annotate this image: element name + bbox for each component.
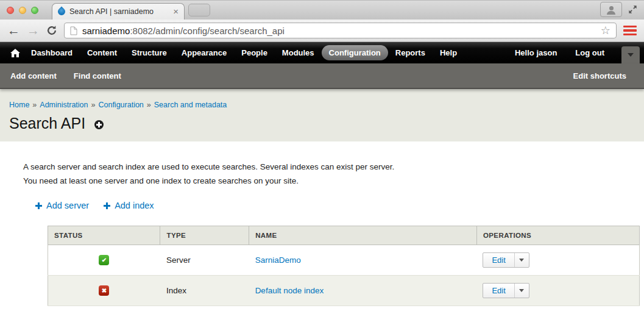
window-controls bbox=[7, 7, 38, 14]
type-cell: Index bbox=[160, 276, 249, 306]
toolbar-item-appearance[interactable]: Appearance bbox=[174, 45, 234, 60]
index-name-link[interactable]: Default node index bbox=[255, 286, 324, 295]
edit-split-button[interactable]: Edit bbox=[483, 252, 529, 268]
home-icon[interactable] bbox=[10, 49, 20, 57]
page-description: A search server and search index are use… bbox=[23, 160, 644, 188]
toolbar-item-modules[interactable]: Modules bbox=[275, 45, 322, 60]
contextual-add-icon[interactable] bbox=[94, 120, 104, 129]
browser-nav-bar: ← → sarniademo:8082/admin/config/search/… bbox=[0, 20, 644, 42]
toolbar-item-dashboard[interactable]: Dashboard bbox=[24, 45, 80, 60]
breadcrumb: Home»Administration»Configuration»Search… bbox=[9, 101, 644, 109]
breadcrumb-search-and-metadata[interactable]: Search and metadata bbox=[154, 101, 227, 109]
search-api-table: STATUS TYPE NAME OPERATIONS ✔ Server Sar… bbox=[48, 226, 640, 306]
page-document-icon bbox=[70, 26, 77, 35]
toolbar-item-content[interactable]: Content bbox=[80, 45, 124, 60]
back-button[interactable]: ← bbox=[7, 24, 20, 37]
browser-tab-strip: Search API | sarniademo × bbox=[0, 0, 644, 20]
tab-close-icon[interactable]: × bbox=[173, 8, 179, 15]
forward-button[interactable]: → bbox=[27, 24, 40, 37]
tab-title: Search API | sarniademo bbox=[69, 7, 169, 16]
reload-button[interactable] bbox=[46, 25, 57, 36]
edit-split-button[interactable]: Edit bbox=[483, 283, 529, 298]
column-header-name: NAME bbox=[249, 226, 477, 245]
url-path: :8082/admin/config/search/search_api bbox=[130, 26, 285, 36]
browser-menu-icon[interactable] bbox=[623, 24, 637, 37]
type-cell: Server bbox=[160, 245, 249, 276]
edit-button-label[interactable]: Edit bbox=[483, 253, 514, 267]
browser-tab[interactable]: Search API | sarniademo × bbox=[52, 3, 185, 20]
window-close-button[interactable] bbox=[7, 7, 14, 14]
toolbar-item-help[interactable]: Help bbox=[433, 45, 464, 60]
main-content: A search server and search index are use… bbox=[0, 141, 644, 306]
column-header-operations: OPERATIONS bbox=[476, 226, 639, 245]
drupal-admin-toolbar: Dashboard Content Structure Appearance P… bbox=[0, 42, 644, 63]
shortcut-add-content[interactable]: Add content bbox=[10, 71, 57, 80]
chevron-down-icon bbox=[628, 53, 634, 60]
chevron-down-icon bbox=[519, 289, 524, 295]
chevron-down-icon bbox=[519, 259, 524, 264]
bookmark-star-icon[interactable]: ☆ bbox=[601, 26, 610, 35]
table-row-server: ✔ Server SarniaDemo Edit bbox=[48, 245, 640, 276]
column-header-status: STATUS bbox=[48, 226, 160, 245]
plus-icon bbox=[35, 202, 42, 209]
address-bar[interactable]: sarniademo:8082/admin/config/search/sear… bbox=[64, 23, 617, 38]
username[interactable]: jason bbox=[536, 48, 557, 57]
shortcut-bar: Add content Find content Edit shortcuts bbox=[0, 63, 644, 89]
user-greeting[interactable]: Hello jason bbox=[515, 48, 557, 57]
edit-dropdown-toggle[interactable] bbox=[515, 284, 529, 298]
action-links: Add server Add index bbox=[35, 201, 644, 210]
url-domain: sarniademo bbox=[82, 26, 130, 36]
page-header: Home»Administration»Configuration»Search… bbox=[0, 89, 644, 141]
toolbar-toggle-button[interactable] bbox=[621, 46, 640, 63]
edit-shortcuts-link[interactable]: Edit shortcuts bbox=[573, 71, 626, 80]
plus-icon bbox=[104, 202, 110, 209]
breadcrumb-home[interactable]: Home bbox=[9, 101, 29, 109]
add-index-link[interactable]: Add index bbox=[104, 201, 154, 210]
browser-profile-button[interactable] bbox=[600, 2, 622, 17]
new-tab-button[interactable] bbox=[188, 4, 210, 16]
server-name-link[interactable]: SarniaDemo bbox=[255, 256, 301, 265]
toolbar-item-people[interactable]: People bbox=[234, 45, 275, 60]
status-disabled-cross-icon: ✖ bbox=[99, 285, 109, 296]
window-zoom-button[interactable] bbox=[31, 7, 38, 14]
page-title: Search API bbox=[9, 115, 85, 132]
status-enabled-check-icon: ✔ bbox=[99, 255, 109, 265]
table-row-index: ✖ Index Default node index Edit bbox=[48, 276, 640, 306]
toolbar-item-configuration[interactable]: Configuration bbox=[322, 45, 388, 60]
breadcrumb-configuration[interactable]: Configuration bbox=[98, 101, 143, 109]
table-header-row: STATUS TYPE NAME OPERATIONS bbox=[48, 226, 640, 245]
person-icon bbox=[609, 6, 614, 10]
shortcut-find-content[interactable]: Find content bbox=[74, 71, 121, 80]
drupal-favicon-icon bbox=[57, 7, 67, 17]
add-server-link[interactable]: Add server bbox=[35, 201, 89, 210]
column-header-type: TYPE bbox=[160, 226, 249, 245]
toolbar-item-structure[interactable]: Structure bbox=[124, 45, 174, 60]
edit-button-label[interactable]: Edit bbox=[483, 284, 514, 298]
description-line-1: A search server and search index are use… bbox=[23, 160, 644, 174]
edit-dropdown-toggle[interactable] bbox=[515, 253, 529, 267]
fullscreen-icon[interactable] bbox=[628, 4, 638, 15]
breadcrumb-administration[interactable]: Administration bbox=[40, 101, 88, 109]
logout-link[interactable]: Log out bbox=[575, 48, 604, 57]
window-minimize-button[interactable] bbox=[19, 7, 26, 14]
description-line-2: You need at least one server and one ind… bbox=[23, 174, 644, 188]
toolbar-item-reports[interactable]: Reports bbox=[388, 45, 433, 60]
